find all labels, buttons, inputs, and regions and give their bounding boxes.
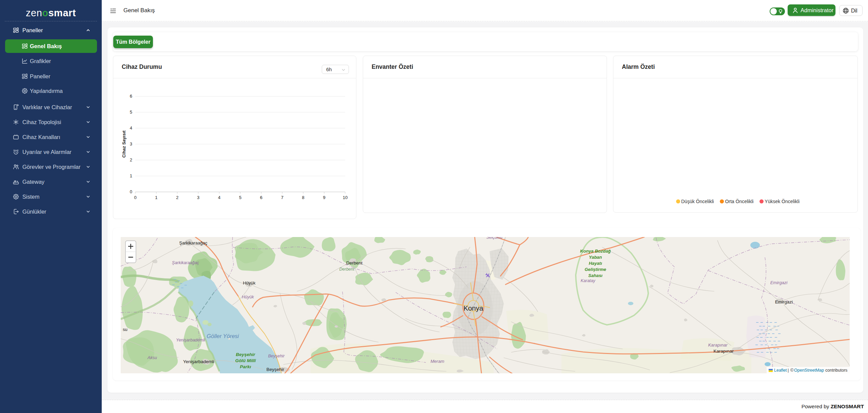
svg-text:5: 5	[130, 110, 132, 115]
svg-text:Aksu: Aksu	[147, 355, 157, 360]
svg-text:Karapınar: Karapınar	[708, 342, 728, 348]
svg-text:Konya Bozdağ: Konya Bozdağ	[580, 249, 611, 254]
svg-text:Şarkikaraağaç: Şarkikaraağaç	[172, 260, 199, 265]
svg-text:Yaban: Yaban	[589, 255, 602, 260]
svg-text:Leaflet: Leaflet	[774, 368, 787, 373]
svg-text:Meram: Meram	[431, 359, 445, 364]
svg-text:Derbent: Derbent	[346, 260, 362, 266]
svg-text:4: 4	[130, 125, 132, 131]
svg-text:Emirgazi: Emirgazi	[770, 280, 788, 285]
svg-text:Beyşehir: Beyşehir	[267, 367, 284, 372]
svg-text:Hüyük: Hüyük	[243, 280, 256, 286]
svg-text:Hayatı: Hayatı	[589, 261, 602, 266]
svg-text:Beyşehir: Beyşehir	[236, 352, 255, 357]
svg-text:Cihaz Sayısıt: Cihaz Sayısıt	[121, 130, 126, 158]
svg-text:Karapınar: Karapınar	[713, 349, 734, 354]
svg-text:0: 0	[130, 189, 132, 194]
svg-text:7: 7	[281, 195, 283, 200]
svg-text:0: 0	[134, 195, 136, 200]
svg-text:3: 3	[197, 195, 199, 200]
svg-text:Yenişarbademli: Yenişarbademli	[176, 338, 205, 342]
svg-text:1: 1	[130, 173, 132, 178]
svg-text:©: ©	[790, 368, 794, 373]
svg-text:4: 4	[218, 195, 220, 200]
svg-text:Şarkikaraağaç: Şarkikaraağaç	[179, 240, 208, 245]
svg-text:3: 3	[130, 141, 132, 146]
svg-text:Hüyük: Hüyük	[242, 295, 254, 299]
svg-text:Derbent: Derbent	[339, 267, 355, 272]
svg-text:Parkı: Parkı	[240, 364, 251, 369]
svg-text:Karatay: Karatay	[580, 278, 595, 283]
svg-text:Yenişarbademli: Yenişarbademli	[183, 359, 214, 364]
svg-text:Emirgazi: Emirgazi	[775, 299, 793, 304]
svg-text:Selçuklu: Selçuklu	[486, 237, 502, 240]
svg-text:Göller Yöresi: Göller Yöresi	[206, 333, 239, 339]
svg-text:Sahası: Sahası	[588, 273, 603, 278]
svg-text:6: 6	[260, 195, 262, 200]
svg-text:10: 10	[343, 195, 348, 200]
svg-text:Gölü Millî: Gölü Millî	[235, 358, 257, 363]
svg-text:OpenStreetMap: OpenStreetMap	[794, 368, 824, 373]
svg-text:9: 9	[323, 195, 325, 200]
svg-text:2: 2	[176, 195, 178, 200]
svg-text:su: su	[123, 327, 127, 332]
svg-text:Beyşehir: Beyşehir	[268, 354, 285, 358]
svg-text:contributors: contributors	[825, 368, 847, 373]
svg-text:Konya: Konya	[463, 304, 484, 312]
svg-text:6: 6	[130, 94, 132, 99]
svg-text:2: 2	[130, 157, 132, 162]
svg-text:5: 5	[239, 195, 241, 200]
svg-text:8: 8	[302, 195, 304, 200]
svg-text:|: |	[788, 368, 789, 373]
svg-text:1: 1	[155, 195, 157, 200]
svg-text:Geliştirme: Geliştirme	[585, 267, 606, 272]
